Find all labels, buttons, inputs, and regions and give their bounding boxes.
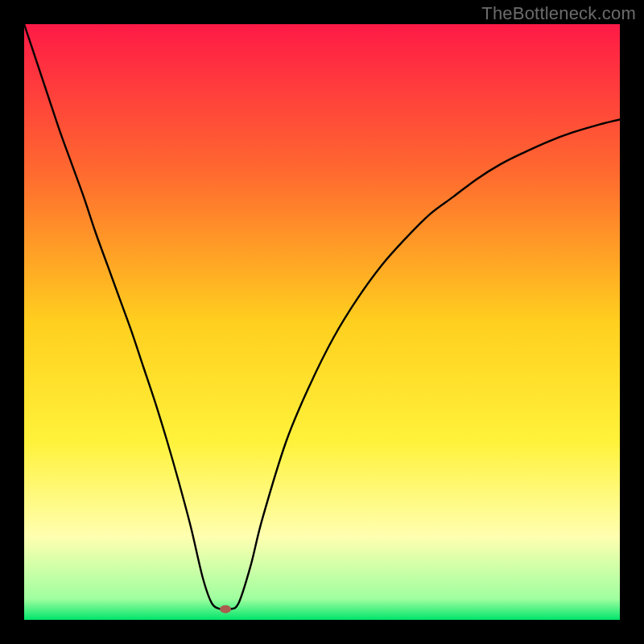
minimum-marker: [220, 605, 231, 613]
chart-svg: [24, 24, 620, 620]
plot-area: [24, 24, 620, 620]
chart-frame: TheBottleneck.com: [0, 0, 644, 644]
gradient-background: [24, 24, 620, 620]
watermark-label: TheBottleneck.com: [481, 3, 636, 24]
